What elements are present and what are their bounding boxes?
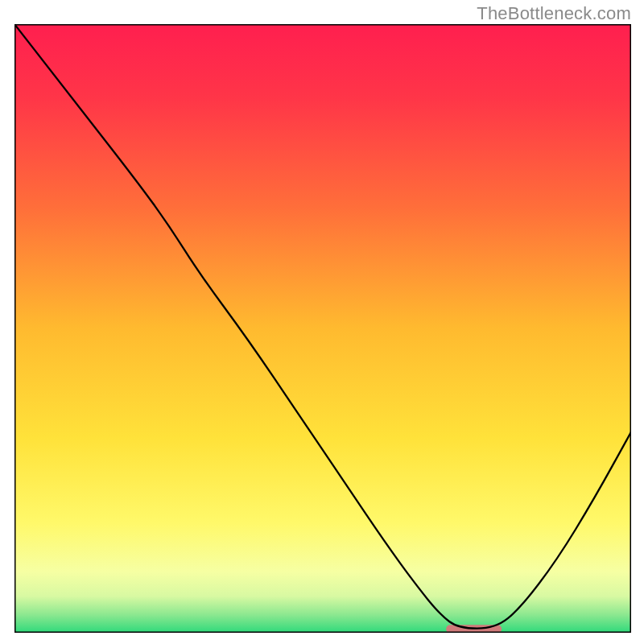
chart-background-gradient <box>14 24 631 633</box>
bottleneck-chart <box>14 24 631 633</box>
watermark-text: TheBottleneck.com <box>477 3 631 24</box>
